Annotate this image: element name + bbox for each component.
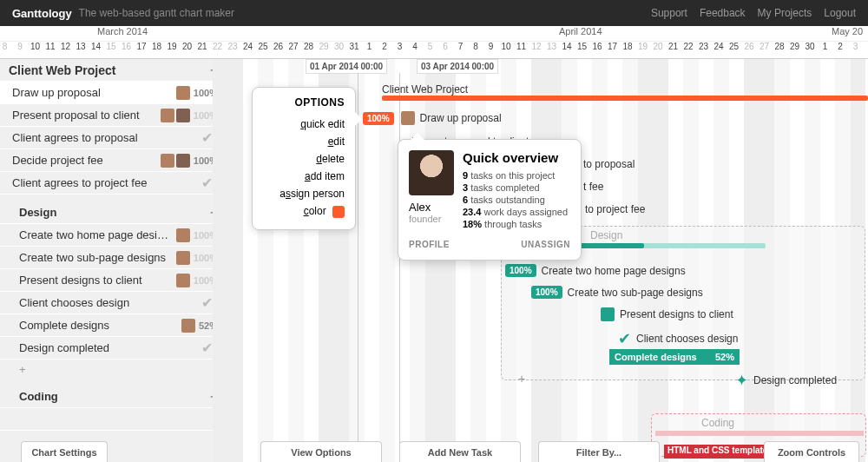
options-popup: OPTIONS quick edit edit delete add item … xyxy=(252,87,356,230)
day-number: 10 xyxy=(500,42,513,51)
task-row[interactable]: Complete designs52% xyxy=(0,314,227,337)
nav-feedback[interactable]: Feedback xyxy=(700,7,746,19)
stat-line: 6 tasks outstanding xyxy=(463,195,570,205)
gantt-task[interactable]: Present designs to client xyxy=(601,307,733,321)
day-number: 23 xyxy=(697,42,710,51)
day-number: 11 xyxy=(515,42,528,51)
task-row[interactable]: Present designs to client100% xyxy=(0,269,227,292)
grid-column xyxy=(213,59,228,462)
day-number: 19 xyxy=(166,42,179,51)
option-assign-person[interactable]: assign person xyxy=(263,185,345,202)
day-number: 24 xyxy=(241,42,254,51)
nav-logout[interactable]: Logout xyxy=(824,7,856,19)
view-options-button[interactable]: View Options xyxy=(260,441,382,462)
filter-by-button[interactable]: Filter By... xyxy=(538,441,660,462)
task-row-fee[interactable]: Decide project fee 100% xyxy=(0,149,227,172)
stat-line: 23.4 work days assigned xyxy=(463,207,570,217)
day-number: 8 xyxy=(470,42,483,51)
month-may: May 20 xyxy=(832,26,863,36)
person-name: Alex xyxy=(409,201,454,214)
gantt-task-bar[interactable]: Complete designs52% xyxy=(609,349,740,365)
day-number: 1 xyxy=(363,42,376,51)
gantt-project-bar[interactable] xyxy=(382,96,868,101)
day-number: 30 xyxy=(332,42,345,51)
day-number: 22 xyxy=(682,42,695,51)
avatar-icon xyxy=(181,319,195,333)
person-photo xyxy=(409,150,454,195)
pct-badge: 100% xyxy=(505,264,536,277)
add-new-task-button[interactable]: Add New Task xyxy=(399,441,521,462)
task-label: Client agrees to proposal xyxy=(12,131,201,144)
task-row-agree[interactable]: Client agrees to proposal ✔ xyxy=(0,127,227,149)
marker-line xyxy=(358,73,358,462)
nav-support[interactable]: Support xyxy=(651,7,687,19)
zoom-controls-button[interactable]: Zoom Controls xyxy=(764,441,859,462)
day-number: 14 xyxy=(561,42,574,51)
task-row[interactable]: plates xyxy=(0,408,227,431)
task-row-proposal[interactable]: Draw up proposal 100% xyxy=(0,82,227,104)
gantt-task[interactable]: t fee xyxy=(583,181,603,193)
gantt-task[interactable]: ✦Design completed xyxy=(735,371,837,390)
option-delete[interactable]: delete xyxy=(263,150,345,168)
day-number: 26 xyxy=(272,42,285,51)
group-design[interactable]: Design − xyxy=(0,201,227,224)
add-task-row[interactable]: + xyxy=(0,360,227,379)
day-number: 18 xyxy=(150,42,163,51)
avatar-icon xyxy=(176,109,190,122)
day-number: 10 xyxy=(29,42,42,51)
day-number: 13 xyxy=(75,42,88,51)
day-number: 8 xyxy=(0,42,11,51)
gantt-task[interactable]: 100%Create two home page designs xyxy=(505,264,686,277)
task-label: Decide project fee xyxy=(12,154,159,167)
gantt-task[interactable]: 100%Create two sub-page designs xyxy=(531,286,703,299)
day-number: 28 xyxy=(302,42,315,51)
add-task-inline[interactable]: + xyxy=(518,372,525,386)
day-number: 5 xyxy=(424,42,437,51)
task-row[interactable]: Create two sub-page designs100% xyxy=(0,247,227,269)
day-number: 14 xyxy=(89,42,102,51)
plus-icon: + xyxy=(19,363,26,376)
option-color[interactable]: color xyxy=(263,202,345,221)
task-row[interactable]: Client chooses design✔ xyxy=(0,292,227,314)
stat-line: 3 tasks completed xyxy=(463,182,570,193)
check-icon: ✔ xyxy=(201,340,213,356)
day-number: 9 xyxy=(14,42,27,51)
stat-line: 18% through tasks xyxy=(463,219,570,229)
unassign-link[interactable]: UNASSIGN xyxy=(521,240,570,249)
option-quick-edit[interactable]: quick edit xyxy=(263,116,345,133)
option-add-item[interactable]: add item xyxy=(263,168,345,185)
day-number: 21 xyxy=(196,42,209,51)
group-coding[interactable]: Coding − xyxy=(0,386,227,408)
avatar-icon xyxy=(176,251,190,265)
chart-settings-button[interactable]: Chart Settings xyxy=(21,441,108,462)
profile-link[interactable]: PROFILE xyxy=(409,240,450,249)
day-number: 18 xyxy=(621,42,635,51)
task-row[interactable]: Design completed✔ xyxy=(0,337,227,360)
popup-arrow xyxy=(355,112,362,126)
nav-projects[interactable]: My Projects xyxy=(758,7,812,19)
day-number: 23 xyxy=(227,42,240,51)
project-header[interactable]: Client Web Project − xyxy=(0,59,227,82)
day-number: 31 xyxy=(348,42,361,51)
task-label: Client agrees to project fee xyxy=(12,176,201,189)
day-number: 19 xyxy=(636,42,649,51)
month-april: April 2014 xyxy=(559,26,602,36)
pct-badge: 100% xyxy=(531,286,562,299)
gantt-task[interactable]: ✔Client chooses design xyxy=(618,329,738,348)
option-edit[interactable]: edit xyxy=(263,133,345,150)
gantt-task[interactable]: to project fee xyxy=(585,203,645,215)
task-row-present[interactable]: Present proposal to client 100% xyxy=(0,104,227,127)
day-number: 12 xyxy=(530,42,543,51)
date-marker: 01 Apr 2014 00:00 xyxy=(306,59,387,74)
avatar-icon xyxy=(176,228,190,242)
month-row: March 2014 April 2014 May 20 xyxy=(0,26,868,42)
gantt-task[interactable]: to proposal xyxy=(583,158,635,170)
square-icon xyxy=(601,307,615,321)
day-number: 6 xyxy=(439,42,452,51)
task-row-agree-fee[interactable]: Client agrees to project fee ✔ xyxy=(0,172,227,195)
day-number: 17 xyxy=(606,42,619,51)
gantt-task[interactable]: 100% Draw up proposal xyxy=(363,111,502,125)
task-row[interactable]: Create two home page designs100% xyxy=(0,224,227,247)
day-number: 15 xyxy=(105,42,118,51)
stat-line: 9 tasks on this project xyxy=(463,170,570,181)
